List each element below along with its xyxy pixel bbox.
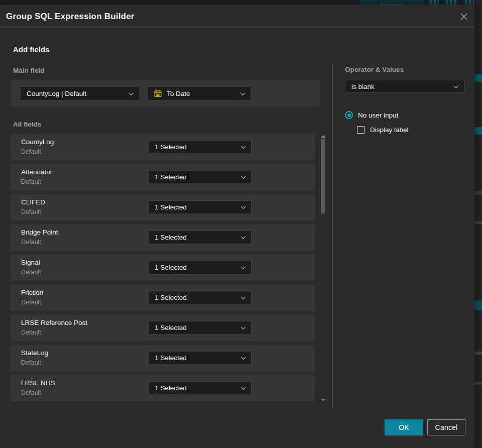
selected-count-label: 1 Selected	[155, 203, 237, 211]
field-list: CountyLog Default 1 Selected Attenuator …	[11, 134, 315, 402]
background-fragment	[474, 127, 482, 135]
field-subtitle: Default	[21, 148, 41, 155]
field-name: Signal	[21, 259, 40, 266]
field-row: StateLog Default 1 Selected	[11, 345, 315, 371]
chevron-down-icon	[454, 83, 459, 88]
scroll-down-icon[interactable]	[321, 399, 326, 401]
selected-count-label: 1 Selected	[155, 264, 237, 271]
field-row: Friction Default 1 Selected	[11, 285, 315, 311]
live-view-button: Live view	[359, 0, 424, 5]
background-fragment	[474, 300, 482, 310]
chevron-down-icon	[241, 234, 246, 239]
ok-button[interactable]: OK	[385, 419, 423, 435]
background-icon-fragment	[428, 0, 439, 5]
cancel-button[interactable]: Cancel	[427, 419, 465, 435]
chevron-down-icon	[241, 385, 246, 390]
field-subtitle: Default	[21, 329, 41, 336]
field-subtitle: Default	[21, 208, 41, 215]
no-user-input-label: No user input	[358, 111, 398, 119]
field-selected-dropdown[interactable]: 1 Selected	[148, 321, 252, 334]
field-name: StateLog	[21, 349, 48, 357]
background-fragment	[474, 221, 482, 224]
field-subtitle: Default	[21, 389, 41, 396]
field-row: Signal Default 1 Selected	[11, 255, 315, 281]
selected-count-label: 1 Selected	[155, 234, 237, 241]
chevron-down-icon	[241, 294, 246, 299]
chevron-down-icon	[241, 324, 246, 329]
radio-dot	[347, 114, 351, 117]
background-fragment	[474, 352, 482, 355]
field-selected-dropdown[interactable]: 1 Selected	[148, 170, 252, 184]
field-row: LRSE Reference Post Default 1 Selected	[11, 315, 315, 341]
field-name: Friction	[21, 289, 43, 296]
all-fields-label: All fields	[13, 121, 41, 128]
field-selected-dropdown[interactable]: 1 Selected	[148, 351, 252, 365]
operator-values-label: Operator & Values	[345, 66, 404, 73]
field-name: Attenuator	[21, 168, 52, 176]
chevron-down-icon	[241, 264, 246, 269]
main-field-value-select[interactable]: To Date	[147, 86, 251, 100]
main-field-value: To Date	[167, 90, 237, 97]
chevron-down-icon	[241, 144, 246, 149]
field-selected-dropdown[interactable]: 1 Selected	[148, 261, 252, 274]
field-selected-dropdown[interactable]: 1 Selected	[148, 291, 252, 304]
no-user-input-radio[interactable]: No user input	[345, 111, 398, 119]
display-label-checkbox[interactable]: Display label	[357, 126, 409, 134]
operator-select[interactable]: is blank	[345, 80, 464, 93]
field-row: Bridge Point Default 1 Selected	[11, 225, 315, 251]
field-selected-dropdown[interactable]: 1 Selected	[148, 231, 252, 244]
field-name: Bridge Point	[21, 229, 58, 236]
field-selected-dropdown[interactable]: 1 Selected	[148, 140, 252, 154]
field-name: CLIFED	[21, 198, 45, 206]
background-fragment	[474, 382, 482, 385]
chevron-down-icon	[241, 204, 246, 209]
field-subtitle: Default	[21, 359, 41, 366]
selected-count-label: 1 Selected	[155, 143, 237, 151]
calendar-icon	[154, 89, 162, 98]
background-fragment	[474, 191, 482, 195]
field-subtitle: Default	[21, 299, 41, 306]
field-name: CountyLog	[21, 138, 54, 146]
dialog-title: Group SQL Expression Builder	[6, 5, 135, 28]
add-fields-heading: Add fields	[13, 45, 50, 54]
background-icon-fragment	[444, 0, 458, 5]
selected-count-label: 1 Selected	[155, 324, 237, 331]
selected-count-label: 1 Selected	[155, 173, 237, 181]
main-field-panel: CountyLog | Default To Date	[11, 80, 320, 106]
chevron-down-icon	[241, 355, 246, 360]
field-row: CountyLog Default 1 Selected	[11, 134, 315, 160]
scroll-up-icon[interactable]	[321, 135, 326, 138]
field-selected-dropdown[interactable]: 1 Selected	[148, 381, 252, 395]
display-label-text: Display label	[370, 126, 409, 134]
radio-icon	[345, 111, 353, 119]
field-selected-dropdown[interactable]: 1 Selected	[148, 200, 252, 214]
field-subtitle: Default	[21, 178, 41, 185]
group-sql-expression-builder-dialog: Group SQL Expression Builder Add fields …	[0, 5, 474, 448]
background-icon-fragment	[463, 0, 474, 5]
background-app-right-strip	[474, 0, 482, 448]
selected-count-label: 1 Selected	[155, 354, 237, 362]
field-subtitle: Default	[21, 269, 41, 276]
chevron-down-icon	[240, 90, 246, 95]
main-field-label: Main field	[13, 67, 44, 74]
close-icon	[460, 13, 468, 21]
main-field-select-value: CountyLog | Default	[27, 90, 126, 97]
field-list-scrollbar[interactable]	[319, 134, 326, 402]
field-row: LRSE NHS Default 1 Selected	[11, 375, 315, 401]
field-subtitle: Default	[21, 239, 41, 246]
field-row: CLIFED Default 1 Selected	[11, 194, 315, 220]
scrollbar-thumb[interactable]	[321, 139, 325, 213]
selected-count-label: 1 Selected	[155, 294, 237, 301]
main-field-select[interactable]: CountyLog | Default	[20, 86, 140, 100]
operator-select-value: is blank	[351, 83, 450, 90]
close-button[interactable]	[458, 11, 469, 22]
selected-count-label: 1 Selected	[155, 384, 237, 392]
chevron-down-icon	[129, 90, 134, 95]
dialog-titlebar: Group SQL Expression Builder	[0, 5, 474, 28]
field-name: LRSE NHS	[21, 379, 55, 387]
field-name: LRSE Reference Post	[21, 319, 87, 326]
background-app-top-strip: Live view	[0, 0, 482, 5]
column-divider	[332, 65, 333, 408]
chevron-down-icon	[241, 174, 246, 179]
background-fragment	[474, 74, 482, 82]
